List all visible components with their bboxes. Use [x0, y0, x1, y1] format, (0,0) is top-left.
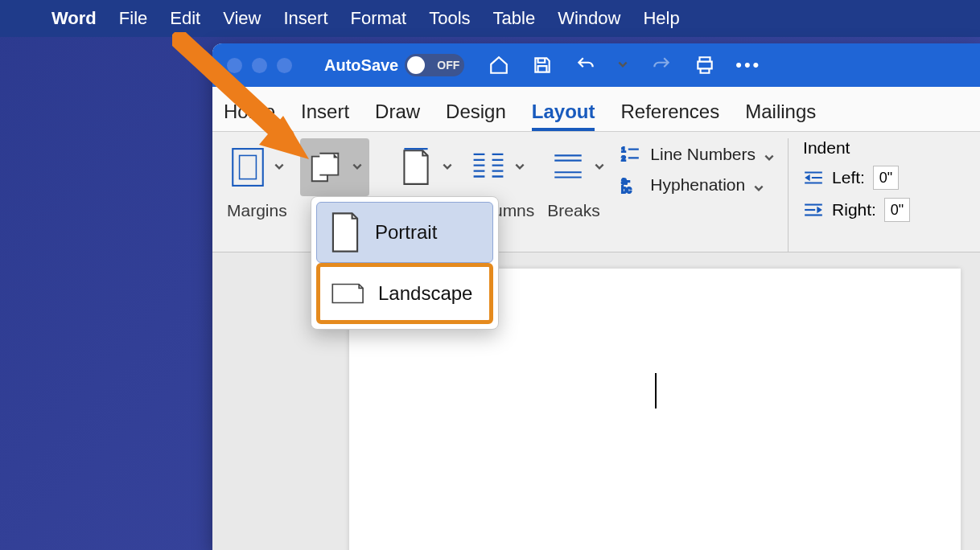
svg-rect-0 [233, 149, 263, 186]
qat-icons: ••• [487, 54, 760, 76]
orientation-landscape[interactable]: Landscape [316, 263, 493, 324]
group-margins: Margins [220, 138, 294, 252]
home-icon[interactable] [487, 54, 511, 76]
margins-label: Margins [227, 201, 287, 220]
hyphenation-label: Hyphenation [650, 175, 745, 195]
indent-right-icon [803, 201, 824, 219]
menu-help[interactable]: Help [643, 8, 679, 29]
menu-table[interactable]: Table [493, 8, 536, 29]
indent-right-value[interactable]: 0" [884, 198, 910, 222]
tab-home[interactable]: Home [224, 101, 275, 131]
undo-dropdown-icon[interactable] [617, 59, 630, 72]
menu-insert[interactable]: Insert [283, 8, 327, 29]
group-linenum-hyphen: 12 Line Numbers a-bc Hyphenation [613, 138, 783, 252]
hyphenation-dropdown-icon [753, 179, 766, 191]
margins-icon[interactable] [227, 146, 269, 189]
undo-icon[interactable] [574, 54, 598, 76]
group-indent: Indent Left: 0" Right: 0" [788, 138, 949, 252]
menu-format[interactable]: Format [351, 8, 407, 29]
line-numbers-icon: 12 [620, 143, 642, 166]
save-icon[interactable] [530, 54, 554, 76]
menu-edit[interactable]: Edit [170, 8, 200, 29]
line-numbers-label: Line Numbers [650, 145, 756, 164]
orientation-menu: Portrait Landscape [311, 196, 499, 330]
svg-text:2: 2 [621, 154, 625, 162]
line-numbers-dropdown-icon [764, 148, 776, 161]
autosave-toggle[interactable]: OFF [405, 54, 464, 76]
breaks-label: Breaks [547, 201, 599, 220]
hyphenation-button[interactable]: a-bc Hyphenation [620, 174, 776, 196]
indent-title: Indent [803, 138, 850, 158]
svg-text:1: 1 [621, 145, 625, 154]
more-icon[interactable]: ••• [736, 54, 760, 76]
indent-left-icon [803, 169, 824, 187]
zoom-dot[interactable] [277, 58, 292, 73]
autosave-state: OFF [437, 59, 459, 72]
tab-draw[interactable]: Draw [375, 101, 420, 131]
menu-view[interactable]: View [223, 8, 261, 29]
traffic-lights [227, 58, 292, 73]
indent-right-label: Right: [832, 200, 876, 220]
size-icon[interactable] [395, 146, 437, 189]
tab-references[interactable]: References [620, 101, 719, 131]
autosave-control[interactable]: AutoSave OFF [324, 54, 464, 76]
orientation-button[interactable] [300, 138, 369, 196]
indent-left-value[interactable]: 0" [873, 166, 899, 190]
menu-tools[interactable]: Tools [429, 8, 470, 29]
orientation-portrait[interactable]: Portrait [316, 202, 493, 263]
mac-menubar: Word File Edit View Insert Format Tools … [0, 0, 980, 37]
ribbon-tabs: Home Insert Draw Design Layout Reference… [212, 87, 980, 132]
text-cursor [655, 373, 657, 408]
svg-text:bc: bc [621, 184, 632, 195]
minimize-dot[interactable] [252, 58, 267, 73]
indent-left-label: Left: [832, 168, 865, 187]
orientation-dropdown-icon [352, 161, 364, 174]
group-breaks: Breaks [541, 138, 613, 252]
portrait-label: Portrait [375, 221, 437, 244]
ribbon-layout: Margins Orientation Size [212, 132, 980, 252]
tab-insert[interactable]: Insert [301, 101, 349, 131]
tab-design[interactable]: Design [446, 101, 506, 131]
print-icon[interactable] [693, 54, 717, 76]
redo-icon[interactable] [649, 54, 673, 76]
landscape-label: Landscape [378, 282, 472, 305]
window-titlebar: AutoSave OFF ••• [212, 43, 980, 87]
breaks-dropdown-icon[interactable] [594, 161, 607, 174]
columns-icon[interactable] [467, 146, 509, 189]
tab-mailings[interactable]: Mailings [745, 101, 816, 131]
breaks-icon[interactable] [547, 146, 589, 189]
margins-dropdown-icon[interactable] [274, 161, 286, 174]
app-name[interactable]: Word [51, 8, 97, 29]
line-numbers-button[interactable]: 12 Line Numbers [620, 143, 776, 166]
hyphenation-icon: a-bc [620, 174, 642, 196]
orientation-icon [305, 146, 347, 189]
word-window: AutoSave OFF ••• Home [212, 43, 980, 550]
tab-layout[interactable]: Layout [532, 101, 595, 131]
menu-window[interactable]: Window [558, 8, 620, 29]
size-dropdown-icon[interactable] [442, 161, 455, 174]
autosave-label: AutoSave [324, 56, 398, 75]
close-dot[interactable] [227, 58, 242, 73]
columns-dropdown-icon[interactable] [514, 161, 527, 174]
svg-rect-1 [240, 155, 257, 179]
menu-file[interactable]: File [119, 8, 147, 29]
